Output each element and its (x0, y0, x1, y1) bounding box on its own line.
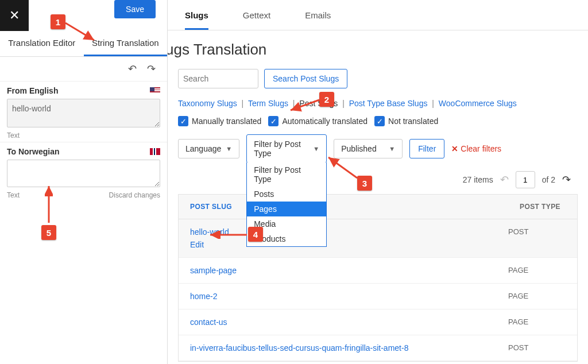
page-number-input[interactable] (516, 171, 535, 188)
pagination-of: of 2 (542, 175, 555, 184)
callout-1: 1 (51, 14, 65, 29)
pagination-items-count: 27 items (463, 175, 493, 184)
prev-page-icon[interactable]: ↶ (500, 173, 509, 186)
th-post-type: POST TYPE (508, 195, 577, 219)
from-language-label: From English (7, 86, 58, 95)
checkbox-manually-translated[interactable]: ✓ (178, 116, 188, 126)
post-type-cell: PAGE (508, 266, 566, 274)
dropdown-item-pages[interactable]: Pages (247, 202, 326, 216)
select-language[interactable]: Language ▼ (178, 139, 239, 158)
dropdown-header: Filter by Post Type (247, 162, 326, 187)
redo-icon[interactable]: ↷ (147, 63, 156, 75)
table-row: in-viverra-faucibus-tellus-sed-cursus-qu… (179, 335, 577, 361)
dropdown-item-posts[interactable]: Posts (247, 187, 326, 202)
callout-2: 2 (319, 92, 334, 107)
text-hint-2: Text (7, 191, 20, 199)
slug-link[interactable]: sample-page (190, 266, 237, 275)
filter-button[interactable]: Filter (409, 139, 444, 158)
search-post-slugs-button[interactable]: Search Post Slugs (264, 69, 347, 88)
table-row: home-2 PAGE (179, 284, 577, 309)
us-flag-icon (150, 87, 160, 94)
close-button[interactable]: ✕ (0, 0, 29, 31)
text-hint: Text (7, 131, 20, 140)
callout-3: 3 (357, 176, 372, 191)
next-page-icon[interactable]: ↷ (562, 173, 571, 186)
table-row: hello-world Edit POST (179, 219, 577, 258)
chevron-down-icon: ▼ (389, 145, 395, 152)
slug-link[interactable]: home-2 (190, 292, 217, 301)
to-language-label: To Norwegian (7, 147, 60, 156)
translation-sidebar: ✕ Save Translation Editor String Transla… (0, 0, 168, 364)
link-taxonomy-slugs[interactable]: Taxonomy Slugs (178, 99, 237, 108)
search-input[interactable] (178, 69, 258, 88)
th-post-slug[interactable]: POST SLUG (179, 195, 508, 219)
link-post-type-base-slugs[interactable]: Post Type Base Slugs (349, 99, 428, 108)
chevron-down-icon: ▼ (313, 145, 319, 152)
tab-slugs[interactable]: Slugs (185, 10, 208, 30)
link-woocommerce-slugs[interactable]: WooCommerce Slugs (439, 99, 517, 108)
no-flag-icon (150, 148, 160, 155)
select-status[interactable]: Published ▼ (334, 139, 403, 158)
tab-translation-editor[interactable]: Translation Editor (0, 31, 84, 56)
table-row: sample-page PAGE (179, 258, 577, 284)
source-text-input: hello-world (7, 99, 160, 127)
tab-string-translation[interactable]: String Translation (84, 31, 168, 56)
clear-filters-link[interactable]: ✕Clear filters (451, 144, 501, 153)
slug-link[interactable]: contact-us (190, 317, 227, 327)
post-type-cell: PAGE (508, 317, 566, 326)
target-text-input[interactable] (7, 160, 160, 187)
main-panel: Slugs Gettext Emails ugs Translation Sea… (168, 0, 588, 364)
chevron-down-icon: ▼ (226, 145, 232, 152)
post-type-cell: POST (508, 343, 566, 352)
checkbox-automatically-translated[interactable]: ✓ (268, 116, 278, 126)
label-manually-translated: Manually translated (192, 117, 261, 126)
link-term-slugs[interactable]: Term Slugs (248, 99, 288, 108)
checkbox-not-translated[interactable]: ✓ (374, 116, 385, 126)
callout-5: 5 (41, 225, 56, 240)
post-type-cell: POST (508, 227, 566, 236)
edit-link[interactable]: Edit (190, 240, 508, 249)
table-row: contact-us PAGE (179, 309, 577, 335)
slugs-table: POST SLUG POST TYPE hello-world Edit POS… (178, 194, 578, 362)
page-title: ugs Translation (168, 30, 588, 69)
slug-link[interactable]: hello-world (190, 227, 229, 237)
label-not-translated: Not translated (388, 117, 438, 126)
save-button[interactable]: Save (114, 0, 156, 18)
undo-icon[interactable]: ↶ (128, 63, 137, 75)
label-automatically-translated: Automatically translated (282, 117, 368, 126)
post-type-cell: PAGE (508, 292, 566, 300)
select-filter-post-type[interactable]: Filter by Post Type ▼ Filter by Post Typ… (246, 134, 327, 163)
slug-link[interactable]: in-viverra-faucibus-tellus-sed-cursus-qu… (190, 343, 408, 353)
callout-4: 4 (248, 227, 263, 242)
discard-changes-link[interactable]: Discard changes (109, 191, 160, 199)
tab-emails[interactable]: Emails (305, 10, 331, 30)
close-icon: ✕ (9, 8, 20, 23)
tab-gettext[interactable]: Gettext (243, 10, 270, 30)
